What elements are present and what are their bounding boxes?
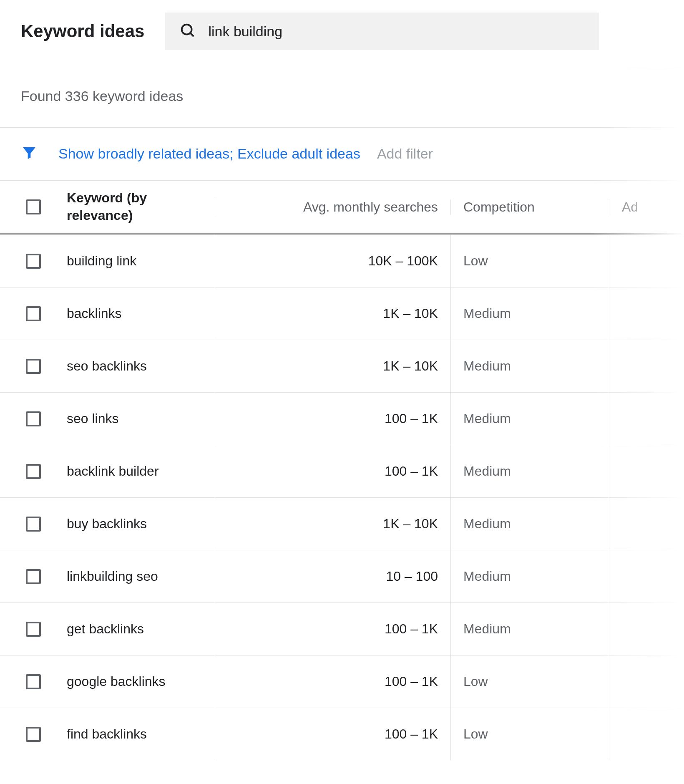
row-checkbox[interactable] <box>26 464 41 479</box>
row-checkbox[interactable] <box>26 622 41 637</box>
row-checkbox[interactable] <box>26 569 41 584</box>
ad-cell <box>609 550 684 603</box>
competition-cell: Medium <box>450 445 609 498</box>
row-checkbox-cell <box>0 569 67 584</box>
page-title: Keyword ideas <box>21 21 144 41</box>
competition-cell: Low <box>450 708 609 761</box>
table-row: seo backlinks1K – 10KMedium <box>0 340 684 392</box>
active-filters-link[interactable]: Show broadly related ideas; Exclude adul… <box>58 146 360 162</box>
row-checkbox-cell <box>0 254 67 269</box>
competition-cell: Medium <box>450 498 609 550</box>
table-row: seo links100 – 1KMedium <box>0 392 684 445</box>
table-row: find backlinks100 – 1KLow <box>0 708 684 760</box>
svg-point-0 <box>182 25 192 35</box>
header-row: Keyword ideas link building <box>0 0 684 67</box>
row-checkbox-cell <box>0 517 67 532</box>
ad-cell <box>609 498 684 550</box>
ad-cell <box>609 287 684 340</box>
searches-cell: 10K – 100K <box>215 235 450 287</box>
search-input-value: link building <box>208 23 282 40</box>
row-checkbox-cell <box>0 674 67 689</box>
keyword-cell: backlinks <box>67 306 215 321</box>
keyword-table: Keyword (by relevance) Avg. monthly sear… <box>0 180 684 760</box>
competition-cell: Low <box>450 655 609 708</box>
ad-cell <box>609 235 684 287</box>
row-checkbox-cell <box>0 727 67 742</box>
ad-cell <box>609 340 684 393</box>
keyword-cell: get backlinks <box>67 621 215 637</box>
row-checkbox[interactable] <box>26 517 41 532</box>
table-row: google backlinks100 – 1KLow <box>0 655 684 708</box>
row-checkbox-cell <box>0 622 67 637</box>
search-icon <box>180 23 196 40</box>
keyword-cell: find backlinks <box>67 726 215 742</box>
ad-cell <box>609 445 684 498</box>
table-row: linkbuilding seo10 – 100Medium <box>0 550 684 602</box>
row-checkbox[interactable] <box>26 306 41 321</box>
filter-icon[interactable] <box>21 144 38 163</box>
table-header-row: Keyword (by relevance) Avg. monthly sear… <box>0 180 684 234</box>
ad-cell <box>609 708 684 761</box>
row-checkbox[interactable] <box>26 254 41 269</box>
competition-cell: Medium <box>450 287 609 340</box>
filter-bar: Show broadly related ideas; Exclude adul… <box>0 127 684 180</box>
searches-cell: 100 – 1K <box>215 445 450 498</box>
keyword-cell: google backlinks <box>67 674 215 689</box>
table-row: building link10K – 100KLow <box>0 234 684 287</box>
column-header-searches[interactable]: Avg. monthly searches <box>215 199 450 215</box>
svg-line-1 <box>191 33 194 36</box>
searches-cell: 100 – 1K <box>215 603 450 655</box>
select-all-cell <box>0 199 67 214</box>
ad-cell <box>609 393 684 445</box>
row-checkbox-cell <box>0 411 67 426</box>
ad-cell <box>609 603 684 655</box>
competition-cell: Medium <box>450 550 609 603</box>
row-checkbox[interactable] <box>26 359 41 374</box>
keyword-cell: buy backlinks <box>67 516 215 532</box>
select-all-checkbox[interactable] <box>26 199 41 214</box>
competition-cell: Medium <box>450 340 609 393</box>
searches-cell: 100 – 1K <box>215 655 450 708</box>
column-header-keyword[interactable]: Keyword (by relevance) <box>67 189 215 224</box>
keyword-cell: building link <box>67 253 215 269</box>
row-checkbox-cell <box>0 306 67 321</box>
column-header-competition[interactable]: Competition <box>450 199 609 215</box>
table-row: get backlinks100 – 1KMedium <box>0 602 684 655</box>
searches-cell: 1K – 10K <box>215 340 450 393</box>
searches-cell: 1K – 10K <box>215 287 450 340</box>
ad-cell <box>609 655 684 708</box>
row-checkbox-cell <box>0 464 67 479</box>
keyword-cell: seo backlinks <box>67 358 215 374</box>
competition-cell: Medium <box>450 603 609 655</box>
keyword-cell: seo links <box>67 411 215 426</box>
competition-cell: Low <box>450 235 609 287</box>
searches-cell: 1K – 10K <box>215 498 450 550</box>
row-checkbox[interactable] <box>26 674 41 689</box>
row-checkbox[interactable] <box>26 411 41 426</box>
row-checkbox[interactable] <box>26 727 41 742</box>
add-filter-button[interactable]: Add filter <box>377 146 433 162</box>
results-summary: Found 336 keyword ideas <box>0 67 684 127</box>
search-box[interactable]: link building <box>165 13 599 50</box>
keyword-cell: backlink builder <box>67 464 215 479</box>
table-row: buy backlinks1K – 10KMedium <box>0 497 684 550</box>
searches-cell: 100 – 1K <box>215 393 450 445</box>
column-header-ad[interactable]: Ad <box>609 199 684 215</box>
keyword-cell: linkbuilding seo <box>67 569 215 584</box>
searches-cell: 100 – 1K <box>215 708 450 761</box>
table-row: backlinks1K – 10KMedium <box>0 287 684 340</box>
searches-cell: 10 – 100 <box>215 550 450 603</box>
row-checkbox-cell <box>0 359 67 374</box>
competition-cell: Medium <box>450 393 609 445</box>
table-row: backlink builder100 – 1KMedium <box>0 445 684 497</box>
